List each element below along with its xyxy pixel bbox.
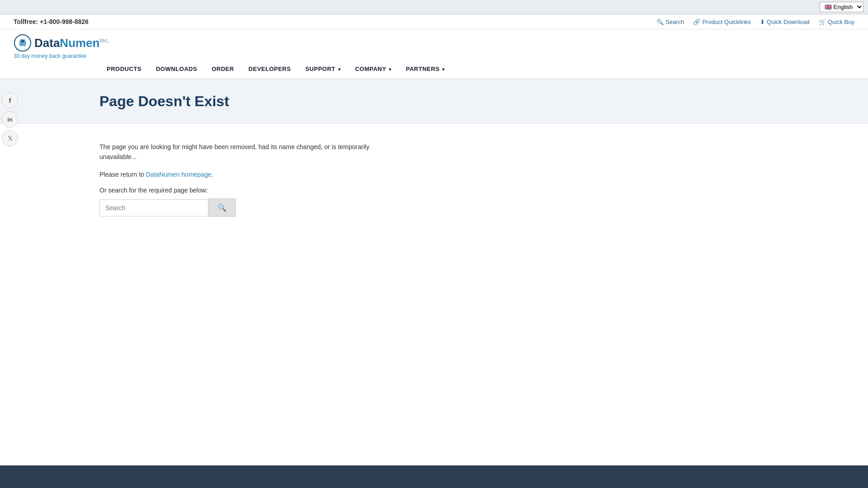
site-header: DataNumenInc. 30 day money back guarante… <box>0 29 868 59</box>
logo-area: DataNumenInc. 30 day money back guarante… <box>14 34 109 59</box>
search-icon: 🔍 <box>656 19 664 25</box>
company-arrow: ▾ <box>389 67 392 72</box>
language-select[interactable]: 🇬🇧 English <box>820 2 863 12</box>
tagline: 30 day money back guarantee <box>14 53 109 59</box>
nav-item-partners: PARTNERS ▾ <box>399 59 452 79</box>
partners-arrow: ▾ <box>442 67 445 72</box>
nav-link-partners[interactable]: PARTNERS ▾ <box>399 59 452 79</box>
quick-buy-link[interactable]: 🛒 Quick Buy <box>819 19 854 25</box>
search-button-icon: 🔍 <box>217 204 226 211</box>
logo-icon <box>14 34 32 52</box>
logo-text: DataNumenInc. <box>34 36 109 50</box>
nav-item-downloads: DOWNLOADS <box>149 59 204 79</box>
toll-free-number: Tollfree: +1-800-998-8826 <box>14 18 89 25</box>
nav-link-company[interactable]: COMPANY ▾ <box>348 59 398 79</box>
nav-link-support[interactable]: SUPPORT ▾ <box>298 59 348 79</box>
logo-wrapper[interactable]: DataNumenInc. <box>14 34 109 52</box>
facebook-icon: f <box>9 97 11 104</box>
search-row: 🔍 <box>99 198 393 217</box>
facebook-button[interactable]: f <box>2 92 18 108</box>
error-message: The page you are looking for might have … <box>99 142 393 162</box>
link-icon: 🔗 <box>693 19 700 25</box>
nav-link-order[interactable]: ORDER <box>204 59 241 79</box>
svg-point-1 <box>21 40 24 42</box>
twitter-icon: 𝕏 <box>8 135 13 142</box>
top-utility-bar: Tollfree: +1-800-998-8826 🔍 Search 🔗 Pro… <box>0 14 868 29</box>
nav-item-support: SUPPORT ▾ <box>298 59 348 79</box>
nav-list: PRODUCTS DOWNLOADS ORDER DEVELOPERS SUPP… <box>99 59 854 79</box>
linkedin-icon: in <box>7 116 13 123</box>
search-input[interactable] <box>99 199 208 216</box>
twitter-button[interactable]: 𝕏 <box>2 130 18 146</box>
nav-item-developers: DEVELOPERS <box>241 59 298 79</box>
nav-link-products[interactable]: PRODUCTS <box>99 59 149 79</box>
nav-item-order: ORDER <box>204 59 241 79</box>
search-link[interactable]: 🔍 Search <box>656 19 684 25</box>
quick-download-link[interactable]: ⬇ Quick Download <box>760 19 810 25</box>
homepage-link[interactable]: DataNumen homepage <box>146 171 212 178</box>
page-title: Page Doesn't Exist <box>99 93 854 110</box>
search-section-label: Or search for the required page below: <box>99 187 393 194</box>
nav-link-downloads[interactable]: DOWNLOADS <box>149 59 204 79</box>
main-content: The page you are looking for might have … <box>0 124 407 253</box>
social-sidebar: f in 𝕏 <box>0 90 20 148</box>
product-quicklinks-link[interactable]: 🔗 Product Quicklinks <box>693 19 751 25</box>
nav-item-products: PRODUCTS <box>99 59 149 79</box>
linkedin-button[interactable]: in <box>2 111 18 127</box>
return-message: Please return to DataNumen homepage. <box>99 169 393 179</box>
nav-item-company: COMPANY ▾ <box>348 59 398 79</box>
nav-link-developers[interactable]: DEVELOPERS <box>241 59 298 79</box>
search-button[interactable]: 🔍 <box>208 198 236 217</box>
main-nav: PRODUCTS DOWNLOADS ORDER DEVELOPERS SUPP… <box>0 59 868 80</box>
support-arrow: ▾ <box>338 67 341 72</box>
page-header-area: Page Doesn't Exist <box>0 80 868 124</box>
cart-icon: 🛒 <box>819 19 826 25</box>
download-icon: ⬇ <box>760 19 765 25</box>
lang-bar: 🇬🇧 English <box>0 0 868 14</box>
